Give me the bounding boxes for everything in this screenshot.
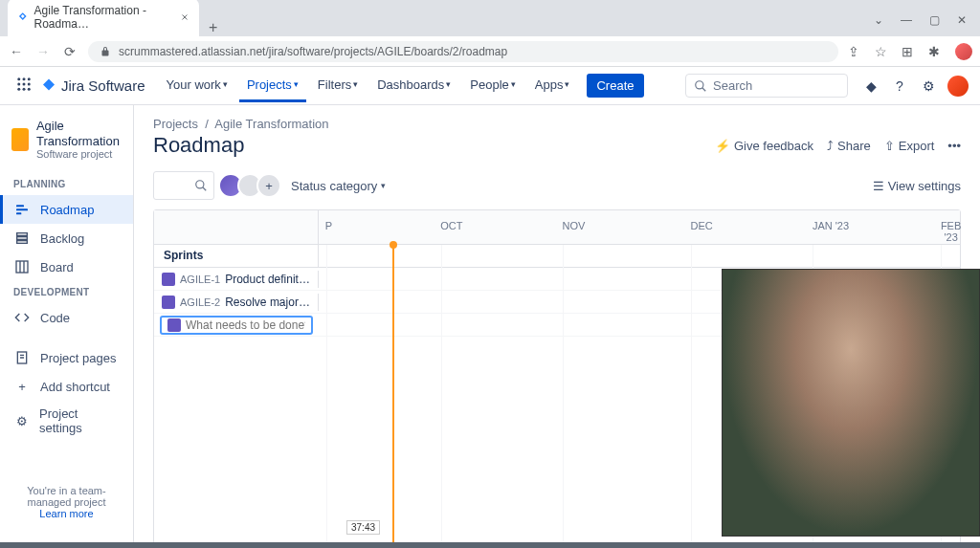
extension-icon[interactable]: ⊞ [902, 44, 917, 59]
board-icon [13, 258, 31, 275]
jira-logo[interactable]: Jira Software [40, 77, 145, 95]
month-label: JAN '23 [813, 220, 849, 231]
today-line [392, 245, 394, 542]
lock-icon [100, 46, 111, 57]
svg-point-18 [196, 181, 204, 188]
svg-point-9 [696, 80, 703, 88]
svg-point-5 [28, 83, 31, 86]
learn-more-link[interactable]: Learn more [39, 508, 93, 519]
minimize-icon[interactable]: — [901, 13, 912, 27]
puzzle-icon[interactable]: ✱ [928, 44, 944, 59]
sidebar-item-project-settings[interactable]: ⚙ Project settings [0, 401, 133, 441]
notifications-icon[interactable]: ◆ [861, 77, 880, 96]
browser-tab-strip: Agile Transformation - Roadma… + ⌄ — ▢ ✕ [0, 0, 980, 36]
taskbar [0, 542, 980, 548]
svg-rect-14 [17, 237, 28, 240]
epic-key: AGILE-1 [180, 274, 220, 285]
close-icon[interactable] [180, 11, 189, 23]
user-avatar[interactable] [947, 76, 969, 97]
settings-icon[interactable]: ⚙ [919, 77, 938, 96]
breadcrumb: Projects / Agile Transformation [153, 117, 961, 131]
backlog-icon [13, 230, 31, 247]
filter-search[interactable] [153, 171, 214, 200]
global-search[interactable]: Search [685, 74, 848, 98]
give-feedback-button[interactable]: ⚡Give feedback [715, 139, 813, 153]
maximize-icon[interactable]: ▢ [929, 13, 940, 27]
url-text: scrummastered.atlassian.net/jira/softwar… [119, 45, 507, 58]
epic-summary: Resolve major technical debt [225, 296, 310, 309]
browser-tab[interactable]: Agile Transformation - Roadma… [8, 0, 199, 36]
address-bar: ← → ⟳ scrummastered.atlassian.net/jira/s… [0, 36, 980, 67]
svg-point-4 [23, 83, 26, 86]
close-window-icon[interactable]: ✕ [957, 13, 967, 27]
jira-top-nav: Jira Software Your work▾ Projects▾ Filte… [0, 67, 980, 105]
nav-projects[interactable]: Projects▾ [239, 70, 306, 102]
pages-icon [13, 349, 31, 366]
create-button[interactable]: Create [587, 74, 643, 98]
epic-icon [162, 296, 175, 309]
create-epic-input[interactable] [186, 318, 305, 332]
status-category-filter[interactable]: Status category▾ [291, 179, 386, 193]
timeline-months: POCTNOVDECJAN '23FEB '23 [319, 210, 960, 244]
svg-rect-13 [17, 233, 28, 236]
code-icon [13, 309, 31, 326]
window-controls: ⌄ — ▢ ✕ [874, 13, 972, 36]
chevron-down-icon[interactable]: ⌄ [874, 13, 883, 27]
sidebar-footer: You're in a team-managed project Learn m… [0, 475, 133, 529]
nav-dashboards[interactable]: Dashboards▾ [369, 70, 458, 102]
jira-icon [40, 77, 57, 95]
share-button[interactable]: ⤴Share [827, 139, 871, 153]
epic-key: AGILE-2 [180, 296, 220, 308]
epic-summary: Product definition and alignment [225, 273, 310, 286]
page-title: Roadmap [153, 133, 244, 158]
sidebar-item-project-pages[interactable]: Project pages [0, 343, 133, 372]
sidebar-item-code[interactable]: Code [0, 303, 133, 332]
today-marker [390, 241, 397, 249]
help-icon[interactable]: ? [890, 77, 909, 96]
search-icon [694, 79, 707, 93]
svg-rect-16 [16, 261, 28, 273]
nav-filters[interactable]: Filters▾ [310, 70, 366, 102]
app-switcher-icon[interactable] [11, 72, 36, 99]
url-input[interactable]: scrummastered.atlassian.net/jira/softwar… [88, 41, 838, 62]
sidebar-item-board[interactable]: Board [0, 252, 133, 281]
more-menu[interactable]: ••• [947, 139, 961, 153]
forward-button[interactable]: → [34, 44, 52, 59]
svg-point-6 [17, 88, 20, 91]
sidebar-item-backlog[interactable]: Backlog [0, 224, 133, 252]
tab-title: Agile Transformation - Roadma… [34, 4, 175, 31]
project-header[interactable]: Agile Transformation Software project [0, 119, 133, 173]
sidebar-item-add-shortcut[interactable]: + Add shortcut [0, 372, 133, 401]
nav-apps[interactable]: Apps▾ [527, 70, 578, 102]
assignee-filter[interactable]: + [224, 173, 281, 198]
project-type: Software project [36, 148, 122, 160]
profile-avatar[interactable] [955, 43, 972, 60]
month-label: FEB '23 [941, 220, 961, 243]
star-icon[interactable]: ☆ [875, 44, 890, 59]
back-button[interactable]: ← [8, 44, 25, 59]
export-button[interactable]: ⇧Export [884, 139, 935, 153]
svg-rect-10 [16, 206, 24, 208]
group-planning: PLANNING [0, 173, 133, 195]
sprints-header: Sprints [154, 245, 319, 267]
nav-your-work[interactable]: Your work▾ [159, 70, 235, 102]
svg-rect-12 [16, 213, 21, 215]
project-sidebar: Agile Transformation Software project PL… [0, 105, 134, 542]
epic-type-icon[interactable] [167, 318, 181, 332]
breadcrumb-project[interactable]: Agile Transformation [214, 117, 328, 131]
svg-point-1 [23, 77, 26, 80]
new-tab-button[interactable]: + [199, 19, 227, 36]
month-label: P [325, 220, 332, 231]
add-people-button[interactable]: + [256, 173, 281, 198]
breadcrumb-projects[interactable]: Projects [153, 117, 198, 131]
project-icon [11, 128, 29, 151]
svg-rect-15 [17, 241, 28, 244]
view-settings-button[interactable]: ☰View settings [873, 179, 961, 193]
roadmap-icon [13, 201, 31, 218]
sidebar-item-roadmap[interactable]: Roadmap [0, 195, 133, 224]
nav-people[interactable]: People▾ [462, 70, 523, 102]
svg-point-2 [28, 77, 31, 80]
svg-rect-11 [16, 209, 28, 211]
share-icon[interactable]: ⇪ [848, 44, 863, 59]
reload-button[interactable]: ⟳ [61, 44, 78, 59]
